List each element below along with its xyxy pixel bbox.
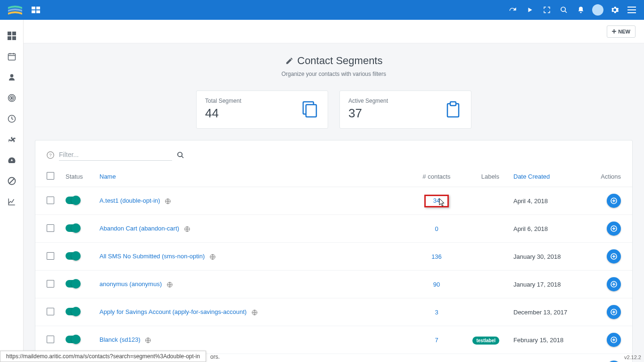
contacts-count[interactable]: 7 [435, 337, 438, 344]
filter-bar: ? [35, 140, 632, 165]
svg-rect-12 [12, 36, 16, 40]
table-row: Blanck (sd123) 7testlabelFebruary 15, 20… [35, 326, 632, 354]
row-action-button[interactable] [607, 305, 621, 319]
contacts-count[interactable]: 0 [435, 225, 438, 232]
gear-icon[interactable] [606, 0, 623, 19]
svg-rect-7 [627, 9, 636, 10]
sidebar-calendar-icon[interactable] [7, 52, 17, 61]
user-avatar[interactable] [589, 0, 606, 19]
svg-rect-0 [32, 7, 35, 9]
globe-icon [184, 226, 190, 232]
segment-name-link[interactable]: anonymus (anonymus) [99, 280, 162, 288]
sidebar-block-icon[interactable] [7, 176, 17, 186]
sidebar-chart-icon[interactable] [7, 197, 17, 206]
svg-line-5 [565, 11, 567, 13]
segment-date: March 28, 2018 [505, 354, 590, 362]
main-content: NEW Contact Segments Organize your conta… [24, 20, 644, 362]
status-toggle[interactable] [66, 224, 80, 232]
total-segment-value: 44 [205, 106, 241, 121]
segment-name-link[interactable]: All SMS No Submitted (sms-non-optin) [99, 253, 205, 260]
menu-icon[interactable] [623, 0, 640, 19]
row-checkbox[interactable] [47, 280, 54, 288]
svg-point-32 [178, 152, 182, 156]
table-row: A.test1 (double-opt-in) 34April 4, 2018 [35, 187, 632, 215]
filter-search-icon[interactable] [177, 151, 184, 159]
svg-rect-27 [306, 105, 316, 117]
segment-name-link[interactable]: Blanck (sd123) [99, 336, 140, 343]
globe-icon [166, 281, 173, 288]
status-toggle[interactable] [66, 280, 80, 288]
row-checkbox[interactable] [47, 308, 54, 315]
status-truncated-text: ors. [210, 354, 220, 360]
segment-date: January 30, 2018 [505, 243, 590, 271]
play-icon[interactable] [521, 0, 538, 19]
sidebar-gauge-icon[interactable] [7, 156, 17, 165]
sidebar-clock-icon[interactable] [7, 114, 17, 123]
row-action-button[interactable] [607, 277, 621, 291]
contacts-count[interactable]: 90 [433, 281, 440, 288]
segments-panel: ? Status Name # contacts Labels Date Cre… [35, 140, 633, 362]
new-button[interactable]: NEW [607, 25, 636, 38]
svg-rect-9 [8, 32, 11, 35]
col-actions: Actions [590, 165, 632, 187]
col-date[interactable]: Date Created [505, 165, 590, 187]
contacts-count[interactable]: 3 [435, 309, 438, 316]
status-toggle[interactable] [66, 197, 80, 204]
pencil-icon [285, 57, 294, 65]
bell-icon[interactable] [572, 0, 589, 19]
filter-input[interactable] [59, 149, 172, 161]
segment-label: testlabel [472, 337, 499, 345]
help-icon[interactable]: ? [47, 151, 54, 159]
sidebar-puzzle-icon[interactable] [7, 135, 17, 144]
status-toggle[interactable] [66, 308, 80, 315]
table-row: Apply for Savings Account (apply-for-sav… [35, 298, 632, 326]
segment-name-link[interactable]: Abandon Cart (abandon-cart) [99, 225, 179, 232]
globe-icon [209, 254, 216, 260]
page-title: Contact Segments [285, 55, 383, 67]
version-label: v2.12.2 [624, 354, 641, 360]
row-action-button[interactable] [607, 194, 621, 208]
status-bar-url: https://maildemo.aritic.com/ma/s/contact… [0, 351, 206, 362]
svg-point-4 [561, 7, 565, 11]
contacts-count[interactable]: 136 [431, 253, 442, 260]
row-action-button[interactable] [607, 222, 621, 236]
status-toggle[interactable] [66, 336, 80, 343]
toolbar: NEW [24, 20, 644, 43]
row-action-button[interactable] [607, 249, 621, 263]
col-status: Status [60, 165, 94, 187]
redo-icon[interactable] [504, 0, 521, 19]
select-all-checkbox[interactable] [47, 172, 54, 180]
row-checkbox[interactable] [47, 252, 54, 260]
segment-date: January 17, 2018 [505, 271, 590, 298]
row-action-button[interactable] [607, 333, 621, 347]
col-name[interactable]: Name [94, 165, 411, 187]
segment-name-link[interactable]: A.test1 (double-opt-in) [99, 197, 160, 204]
page-header: Contact Segments Organize your contacts … [24, 43, 644, 85]
sidebar-user-icon[interactable] [7, 73, 17, 82]
row-checkbox[interactable] [47, 336, 54, 343]
svg-rect-25 [612, 31, 616, 32]
svg-rect-13 [8, 54, 15, 60]
sidebar-dashboard-icon[interactable] [7, 31, 17, 41]
row-checkbox[interactable] [47, 224, 54, 232]
fullscreen-icon[interactable] [538, 0, 555, 19]
segments-table: Status Name # contacts Labels Date Creat… [35, 165, 632, 362]
svg-line-23 [9, 179, 14, 184]
segment-date: February 15, 2018 [505, 326, 590, 354]
svg-point-20 [11, 98, 12, 99]
svg-rect-8 [627, 12, 636, 13]
table-row: anonymus (anonymus) 90January 17, 2018 [35, 271, 632, 298]
sidebar-target-icon[interactable] [7, 93, 17, 103]
globe-icon [165, 198, 171, 205]
status-toggle[interactable] [66, 252, 80, 260]
col-contacts: # contacts [411, 165, 462, 187]
apps-grid-button[interactable] [26, 0, 45, 19]
svg-rect-10 [12, 32, 16, 35]
segment-name-link[interactable]: Apply for Savings Account (apply-for-sav… [99, 308, 247, 315]
row-checkbox[interactable] [47, 197, 54, 204]
globe-icon [145, 337, 151, 344]
segment-date: April 4, 2018 [505, 187, 590, 215]
segment-date: April 6, 2018 [505, 215, 590, 243]
search-icon[interactable] [555, 0, 572, 19]
svg-rect-6 [627, 7, 636, 8]
